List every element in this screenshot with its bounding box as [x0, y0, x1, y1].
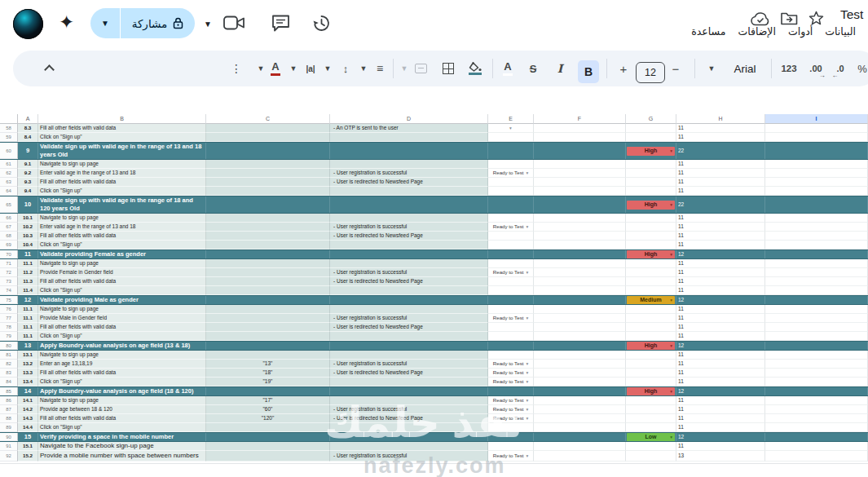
- text-rotation-icon[interactable]: A: [269, 51, 282, 86]
- cell-A78[interactable]: 11.1: [18, 323, 38, 332]
- increase-font-size-icon[interactable]: +: [616, 51, 631, 86]
- cell-B63[interactable]: Fill all other fields with valid data: [38, 178, 206, 187]
- status-dropdown-62[interactable]: Ready to Test▾: [488, 169, 534, 178]
- cell-I63[interactable]: [765, 178, 868, 187]
- cell-I79[interactable]: [765, 332, 868, 341]
- status-caret-icon[interactable]: ▾: [526, 361, 528, 366]
- cell-I69[interactable]: [765, 241, 868, 250]
- priority-badge[interactable]: High▾: [627, 147, 675, 156]
- cell-B86[interactable]: Navigate to sign up page: [38, 396, 206, 405]
- cell-C59[interactable]: [206, 133, 330, 142]
- cell-C67[interactable]: [206, 223, 330, 232]
- cell-B67[interactable]: Enter valid age in the range of 13 and 1…: [38, 223, 206, 232]
- cell-E68[interactable]: [488, 232, 534, 241]
- cell-A82[interactable]: 13.2: [18, 360, 38, 369]
- cell-C77[interactable]: [206, 314, 330, 323]
- row-header-88[interactable]: 88: [0, 414, 18, 423]
- status-dropdown-92[interactable]: Ready to Test▾: [488, 451, 534, 462]
- cell-C90[interactable]: [206, 433, 330, 441]
- cell-B92[interactable]: Provide a mobile number with space betwe…: [38, 451, 206, 462]
- cell-G76[interactable]: [626, 305, 676, 314]
- cell-E70[interactable]: [488, 250, 534, 258]
- menu-help[interactable]: مساعدة: [691, 25, 725, 42]
- status-caret-icon[interactable]: ▾: [526, 407, 528, 412]
- cell-F78[interactable]: [534, 323, 626, 332]
- cell-H64[interactable]: 11: [676, 187, 765, 196]
- cell-H92[interactable]: 13: [676, 451, 765, 462]
- horizontal-align-caret[interactable]: ▼: [359, 51, 368, 86]
- cell-A67[interactable]: 10.2: [18, 223, 38, 232]
- cell-G73[interactable]: [626, 277, 676, 286]
- status-dropdown-72[interactable]: Ready to Test▾: [488, 268, 534, 277]
- cell-D61[interactable]: [330, 160, 488, 169]
- cell-I76[interactable]: [765, 305, 868, 314]
- status-caret-icon[interactable]: ▾: [526, 379, 528, 384]
- cell-E90[interactable]: [488, 433, 534, 441]
- cell-D79[interactable]: [330, 332, 488, 341]
- cell-A68[interactable]: 10.3: [18, 232, 38, 241]
- cell-B70[interactable]: Validate providing Female as gender: [38, 250, 206, 258]
- cell-F61[interactable]: [534, 160, 626, 169]
- cell-D90[interactable]: [330, 433, 488, 441]
- cell-E75[interactable]: [488, 296, 534, 304]
- cell-I83[interactable]: [765, 369, 868, 378]
- cell-G89[interactable]: [626, 423, 676, 432]
- cell-F63[interactable]: [534, 178, 626, 187]
- cell-F66[interactable]: [534, 214, 626, 223]
- cell-E76[interactable]: [488, 305, 534, 314]
- cell-I90[interactable]: [765, 433, 868, 441]
- cell-A71[interactable]: 11.1: [18, 259, 38, 268]
- cell-I64[interactable]: [765, 187, 868, 196]
- status-caret-icon[interactable]: ▾: [526, 224, 528, 229]
- cell-E63[interactable]: [488, 178, 534, 187]
- priority-dropdown-caret[interactable]: ▾: [670, 252, 672, 257]
- strikethrough-icon[interactable]: S: [527, 51, 540, 86]
- share-button[interactable]: ▼ مشاركة: [90, 8, 195, 38]
- column-header-A[interactable]: A: [18, 114, 38, 124]
- cell-G84[interactable]: [626, 378, 676, 386]
- priority-badge[interactable]: Low▾: [627, 433, 675, 441]
- cell-A59[interactable]: 8.4: [18, 133, 38, 142]
- status-dropdown-86[interactable]: Ready to Test▾: [488, 396, 534, 405]
- menu-data[interactable]: البيانات: [825, 25, 856, 42]
- cell-G70[interactable]: High▾: [626, 250, 676, 258]
- cell-H65[interactable]: 22: [676, 197, 765, 213]
- cell-A85[interactable]: 14: [18, 387, 38, 395]
- status-caret-icon[interactable]: ▾: [526, 316, 528, 320]
- cell-D65[interactable]: [330, 197, 488, 213]
- cell-D82[interactable]: - User registration is successful: [330, 360, 488, 369]
- row-header-58[interactable]: 58: [0, 124, 18, 133]
- row-header-78[interactable]: 78: [0, 323, 18, 332]
- decrease-font-size-icon[interactable]: −: [668, 51, 683, 86]
- cell-A76[interactable]: 11.1: [18, 305, 38, 314]
- cell-E64[interactable]: [488, 187, 534, 196]
- row-header-91[interactable]: 91: [0, 442, 18, 451]
- star-icon[interactable]: [809, 11, 824, 25]
- cell-A73[interactable]: 11.3: [18, 277, 38, 286]
- cell-D68[interactable]: - User is redirected to Newsfeed Page: [330, 232, 488, 241]
- cell-A70[interactable]: 11: [18, 250, 38, 258]
- cell-D63[interactable]: - User is redirected to Newsfeed Page: [330, 178, 488, 187]
- cell-H61[interactable]: 11: [676, 160, 765, 169]
- priority-dropdown-caret[interactable]: ▾: [670, 389, 672, 394]
- cell-D89[interactable]: [330, 423, 488, 432]
- column-header-I[interactable]: I: [765, 114, 868, 124]
- cell-G91[interactable]: [626, 442, 676, 451]
- cell-C80[interactable]: [206, 342, 330, 350]
- cell-G71[interactable]: [626, 259, 676, 268]
- cell-G58[interactable]: [626, 124, 676, 133]
- cell-I59[interactable]: [765, 133, 868, 142]
- row-header-80[interactable]: 80: [0, 342, 18, 350]
- cell-C82[interactable]: "13": [206, 360, 330, 369]
- cell-H78[interactable]: 11: [676, 323, 765, 332]
- cell-I73[interactable]: [765, 277, 868, 286]
- percent-format-icon[interactable]: %: [856, 51, 868, 86]
- cell-H76[interactable]: 11: [676, 305, 765, 314]
- cell-H70[interactable]: 12: [676, 250, 765, 258]
- cell-G86[interactable]: [626, 396, 676, 405]
- cell-H81[interactable]: 11: [676, 351, 765, 360]
- cell-F91[interactable]: [534, 442, 626, 451]
- cell-F65[interactable]: [534, 197, 626, 213]
- cell-D75[interactable]: [330, 296, 488, 304]
- cell-F82[interactable]: [534, 360, 626, 369]
